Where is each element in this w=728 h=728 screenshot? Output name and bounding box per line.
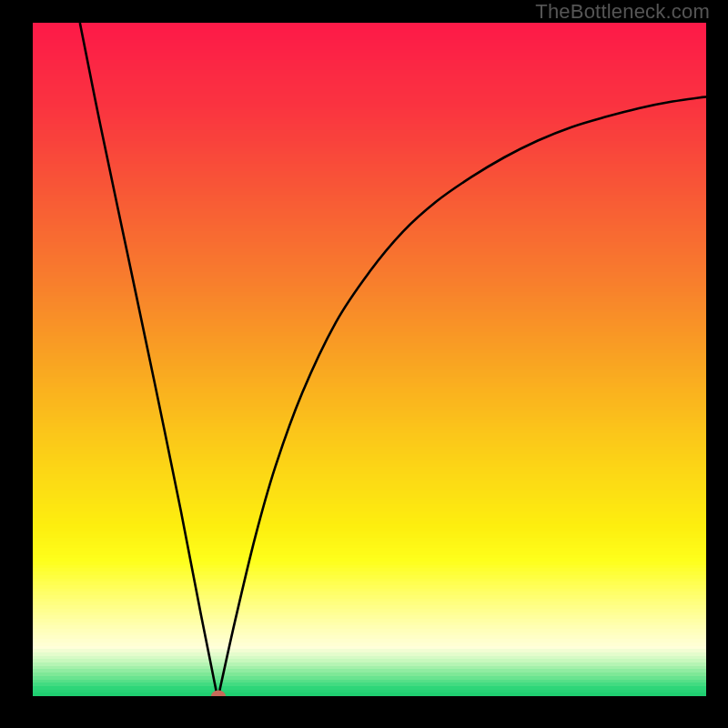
optimal-point-marker [211,691,226,697]
chart-frame: TheBottleneck.com [0,0,728,728]
bottleneck-curve [33,23,706,696]
watermark-label: TheBottleneck.com [535,0,710,24]
plot-area [33,23,706,696]
